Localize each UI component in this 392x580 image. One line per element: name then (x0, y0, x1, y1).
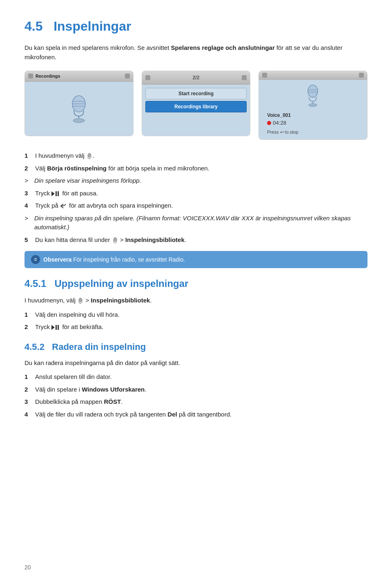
chapter-title: 4.5 Inspelningar (24, 16, 368, 36)
arrow-1: > (24, 176, 30, 186)
section-452-step-2: 2 Välj din spelare i Windows Utforskaren… (24, 385, 368, 394)
screenshot-menu: 2/2 Start recording Recordings library (142, 71, 251, 136)
screenshot-titlebar-3 (259, 71, 367, 80)
menu-item-start-recording: Start recording (145, 88, 247, 99)
section-451-step-2: 2 Tryck för att bekräfta. (24, 322, 368, 332)
step-3-number: 3 (24, 189, 31, 198)
section-452-step-4-after: på ditt tangentbord. (179, 411, 232, 418)
note-label: Observera (43, 256, 71, 263)
section-452-step-3-after: . (121, 398, 122, 405)
note-icon: = (31, 255, 40, 264)
svg-point-5 (73, 119, 85, 123)
arrow-2-text: Din inspelning sparas på din spelare. (F… (34, 214, 368, 232)
svg-point-19 (79, 298, 82, 302)
voice-filename: Voice_001 (267, 112, 359, 119)
screenshot-titlebar-2: 2/2 (142, 71, 250, 85)
section-452-step-2-after: . (145, 386, 146, 393)
note-box: = Observera För inspelning från radio, s… (24, 251, 368, 268)
section-451-step-1: 1 Välj den inspelning du vill höra. (24, 310, 368, 320)
arrow-2: > (24, 214, 30, 232)
microphone-illustration (67, 92, 91, 125)
step-5-bold: Inspelningsbibliotek (125, 236, 185, 243)
section-451-intro-bold: Inspelningsbibliotek (91, 297, 150, 304)
win-btn-6 (359, 73, 364, 78)
svg-marker-21 (51, 325, 55, 330)
svg-rect-16 (58, 191, 59, 196)
screenshot-recordings: Recordings (24, 71, 134, 136)
play-pause-icon-1 (51, 191, 60, 197)
section-452-step-3: 3 Dubbelklicka på mappen RÖST. (24, 397, 368, 407)
section-452-step-3-text: Dubbelklicka på mappen RÖST. (35, 397, 122, 407)
section-452-step-4-number: 4 (24, 410, 31, 419)
section-451-intro-before: I huvudmenyn, välj (24, 297, 76, 304)
win-btn-3 (145, 75, 150, 80)
mic-icon-inline-1 (86, 153, 93, 159)
svg-point-17 (114, 237, 117, 242)
screenshot-body-1 (25, 82, 133, 136)
screenshot-titlebar-1: Recordings (25, 71, 133, 82)
step-3-text: Tryck för att pausa. (35, 189, 98, 198)
section-451-title: 4.5.1 Uppspelning av inspelningar (24, 276, 368, 291)
step-2-number: 2 (24, 164, 31, 173)
svg-point-11 (309, 104, 317, 107)
win-btn-4 (242, 75, 247, 80)
section-451-step-2-text: Tryck för att bekräfta. (35, 322, 103, 332)
arrow-1-text: Din spelare visar inspelningens förlopp. (34, 176, 141, 186)
section-452-step-4-bold: Del (167, 411, 177, 418)
step-1-number: 1 (24, 151, 31, 161)
section-451-intro-after: . (150, 297, 151, 304)
arrow-item-1: > Din spelare visar inspelningens förlop… (24, 176, 368, 186)
section-452-step-3-number: 3 (24, 397, 31, 407)
section-452-step-1-number: 1 (24, 372, 31, 382)
win-btn-5 (262, 73, 267, 78)
menu-item-recordings-library: Recordings library (145, 101, 247, 112)
step-3: 3 Tryck för att pausa. (24, 189, 368, 198)
note-body-text: För inspelning från radio, se avsnittet … (73, 256, 185, 263)
step-1: 1 I huvudmenyn välj . (24, 151, 368, 161)
section-452-intro: Du kan radera inspelningarna på din dato… (24, 358, 368, 368)
section-452-step-1-text: Anslut spelaren till din dator. (35, 372, 112, 382)
svg-rect-15 (56, 191, 57, 196)
section-451-step-2-number: 2 (24, 322, 31, 332)
section-452-step-4: 4 Välj de filer du vill radera och tryck… (24, 410, 368, 419)
screenshot-title-1: Recordings (36, 73, 60, 80)
voice-info: Voice_001 04:28 Press ↩ to stop (263, 112, 363, 135)
section-452-title-text: Radera din inspelning (52, 342, 146, 352)
section-452-number: 4.5.2 (24, 342, 45, 352)
step-2: 2 Välj Börja röstinspelning för att börj… (24, 164, 368, 173)
step-5-text: Du kan hitta denna fil under > Inspelnin… (35, 235, 186, 245)
win-btn-1 (28, 74, 33, 78)
section-452-step-3-bold: RÖST (104, 398, 121, 405)
step-4-text: Tryck på för att avbryta och spara inspe… (35, 201, 173, 211)
screenshots-row: Recordings 2/2 (24, 71, 368, 140)
intro-bold1: Spelarens reglage och anslutningar (171, 44, 275, 51)
chapter-number: 4.5 (24, 19, 42, 34)
intro-paragraph: Du kan spela in med spelarens mikrofon. … (24, 43, 368, 62)
section-451-title-text: Uppspelning av inspelningar (54, 278, 188, 289)
win-btn-2 (125, 74, 130, 78)
screenshot-body-2: Start recording Recordings library (142, 85, 250, 136)
svg-point-12 (88, 153, 91, 157)
section-452-step-2-number: 2 (24, 385, 31, 394)
recording-indicator (267, 121, 271, 125)
section-452-intro-text: Du kan radera inspelningarna på din dato… (24, 359, 180, 366)
svg-rect-23 (58, 325, 59, 330)
step-1-text: I huvudmenyn välj . (35, 151, 94, 161)
svg-marker-14 (51, 191, 55, 196)
voice-stop-text: Press ↩ to stop (267, 129, 359, 136)
section-452-title: 4.5.2 Radera din inspelning (24, 340, 368, 354)
section-452-step-1: 1 Anslut spelaren till din dator. (24, 372, 368, 382)
step-5: 5 Du kan hitta denna fil under > Inspeln… (24, 235, 368, 245)
step-4: 4 Tryck på för att avbryta och spara ins… (24, 201, 368, 211)
voice-time-value: 04:28 (273, 119, 286, 127)
svg-rect-22 (56, 325, 57, 330)
section-451-intro: I huvudmenyn, välj > Inspelningsbibliote… (24, 296, 368, 305)
voice-time: 04:28 (267, 119, 359, 127)
section-452-step-2-text: Välj din spelare i Windows Utforskaren. (35, 385, 146, 394)
step-4-number: 4 (24, 201, 31, 211)
play-pause-icon-2 (51, 325, 60, 330)
section-452-step-2-bold: Windows Utforskaren (82, 386, 145, 393)
section-451-step-1-text: Välj den inspelning du vill höra. (35, 310, 120, 320)
section-451-number: 4.5.1 (24, 278, 46, 289)
step-5-number: 5 (24, 235, 31, 245)
